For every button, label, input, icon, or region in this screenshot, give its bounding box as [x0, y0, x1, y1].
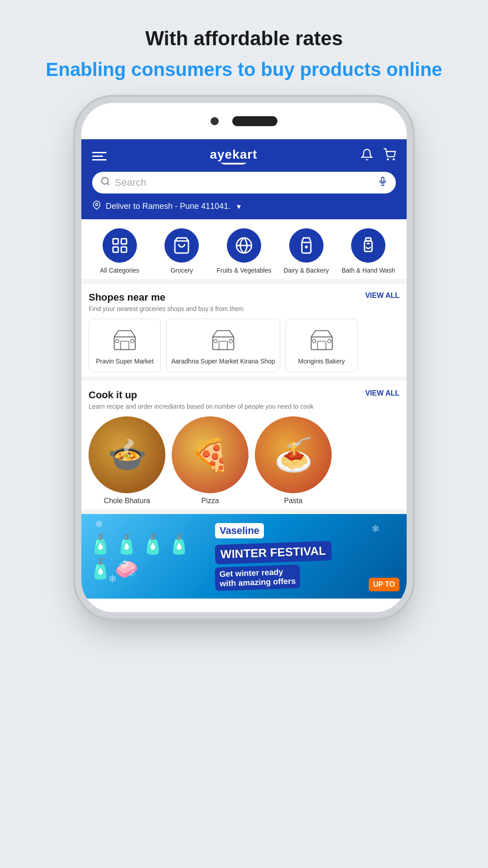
delivery-bar[interactable]: Deliver to Ramesh - Pune 411041. ▾: [92, 201, 396, 219]
snowflake-2: ❄: [371, 523, 380, 535]
recipes-list: 🍲 Chole Bhatura 🍕 Pizza 🍝 Pasta: [89, 416, 399, 505]
category-circle-all: [103, 228, 137, 263]
product-vaseline: 🧴: [89, 533, 112, 555]
category-circle-grocery: [164, 228, 199, 263]
category-circle-bath: [351, 228, 385, 263]
svg-point-22: [229, 340, 232, 343]
recipe-image-chole: 🍲: [89, 416, 165, 493]
banner-title: WINTER FESTIVAL: [215, 541, 332, 565]
cook-subtitle: Learn recipe and order incrediants based…: [89, 403, 399, 410]
shops-title: Shopes near me: [89, 292, 165, 303]
shop-icon-monginis: [308, 326, 335, 353]
recipe-card-chole[interactable]: 🍲 Chole Bhatura: [89, 416, 165, 505]
category-bath[interactable]: Bath & Hand Wash: [337, 228, 399, 274]
cook-title: Cook it up: [89, 389, 137, 401]
hamburger-line1: [92, 152, 107, 153]
svg-point-21: [214, 340, 217, 343]
phone-frame: ayekart: [81, 103, 407, 612]
category-label-dairy: Dairy & Backery: [283, 266, 328, 274]
svg-rect-24: [317, 341, 326, 350]
cook-section: Cook it up VIEW ALL Learn recipe and ord…: [81, 381, 407, 509]
banner-section[interactable]: ❄ ❄ ❄ 🧴 🧴 🧴 🧴 🧴 🧼 Vaseline WINTER FESTIV…: [81, 514, 407, 599]
svg-point-26: [328, 340, 331, 343]
hamburger-line3: [92, 159, 107, 160]
phone-notch: [81, 103, 407, 139]
svg-rect-4: [381, 177, 384, 182]
logo-text: ayekart: [210, 147, 257, 162]
recipe-name-chole: Chole Bhatura: [104, 497, 150, 505]
snowflake-3: ❄: [108, 573, 117, 585]
category-label-all: All Categories: [100, 266, 139, 274]
header-icons: [361, 148, 396, 164]
banner-products: 🧴 🧴 🧴 🧴 🧴 🧼: [89, 533, 215, 580]
notification-icon[interactable]: [361, 148, 373, 164]
svg-rect-16: [121, 341, 129, 350]
recipe-image-pasta: 🍝: [255, 416, 332, 493]
recipe-image-pizza: 🍕: [172, 416, 249, 493]
search-placeholder[interactable]: Search: [115, 177, 373, 189]
svg-rect-11: [121, 247, 127, 252]
shop-card-pravin[interactable]: Pravin Super Market: [89, 319, 161, 372]
svg-point-7: [96, 203, 98, 206]
recipe-emoji-chole: 🍲: [108, 436, 147, 473]
recipe-name-pasta: Pasta: [284, 497, 303, 505]
tagline2-prefix: Enabling: [46, 59, 131, 80]
chevron-down-icon[interactable]: ▾: [237, 202, 241, 212]
recipe-name-pizza: Pizza: [201, 497, 219, 505]
shops-section: Shopes near me VIEW ALL Find your neares…: [81, 283, 407, 377]
svg-point-0: [387, 159, 388, 160]
svg-rect-10: [113, 247, 118, 252]
category-label-bath: Bath & Hand Wash: [342, 266, 395, 274]
shops-view-all[interactable]: VIEW ALL: [365, 292, 399, 300]
product-soap: 🧼: [115, 558, 138, 580]
banner-upto: UP TO: [369, 578, 399, 591]
shop-name-aaradhna: Aaradhna Super Market Kirana Shop: [171, 357, 275, 365]
category-fruits[interactable]: Fruits & Vegetables: [213, 228, 275, 274]
category-label-fruits: Fruits & Vegetables: [216, 266, 271, 274]
shop-card-aaradhna[interactable]: Aaradhna Super Market Kirana Shop: [166, 319, 280, 372]
category-grocery[interactable]: Grocery: [151, 228, 213, 274]
hamburger-menu[interactable]: [92, 152, 107, 160]
svg-point-18: [131, 340, 134, 343]
svg-rect-20: [219, 341, 227, 350]
category-label-grocery: Grocery: [170, 266, 193, 274]
svg-point-25: [312, 340, 315, 343]
location-pin-icon: [92, 201, 101, 212]
shop-icon-pravin: [111, 326, 138, 353]
cook-section-header: Cook it up VIEW ALL: [89, 389, 399, 401]
svg-line-3: [107, 183, 109, 185]
search-bar[interactable]: Search: [92, 172, 396, 193]
delivery-address: Deliver to Ramesh - Pune 411041.: [106, 202, 230, 211]
search-icon: [100, 176, 110, 189]
svg-point-1: [393, 159, 394, 160]
app-screen: ayekart: [81, 139, 407, 599]
header-top: ayekart: [92, 147, 396, 165]
category-dairy[interactable]: Dairy & Backery: [275, 228, 338, 274]
shops-list: Pravin Super Market Aaradhna Supe: [89, 319, 399, 372]
shop-card-monginis[interactable]: Monginis Bakery: [286, 319, 358, 372]
svg-rect-19: [212, 337, 234, 350]
banner-brand: Vaseline: [215, 523, 264, 538]
recipe-card-pizza[interactable]: 🍕 Pizza: [172, 416, 249, 505]
tagline2-suffix: to buy products online: [232, 59, 442, 80]
category-circle-fruits: [227, 228, 261, 263]
recipe-card-pasta[interactable]: 🍝 Pasta: [255, 416, 332, 505]
mic-icon[interactable]: [378, 176, 388, 189]
svg-rect-23: [311, 337, 332, 350]
tagline2: Enabling consumers to buy products onlin…: [46, 59, 442, 80]
shop-name-pravin: Pravin Super Market: [96, 357, 154, 365]
camera-notch: [211, 117, 219, 125]
svg-point-17: [115, 340, 118, 343]
logo-underline: [220, 163, 247, 165]
svg-rect-14: [365, 241, 372, 251]
category-all-categories[interactable]: All Categories: [89, 228, 151, 274]
cart-icon[interactable]: [383, 148, 396, 164]
snowflake-1: ❄: [95, 519, 103, 530]
product-bottle4: 🧴: [167, 533, 191, 555]
shops-subtitle: Find your nearest groceries shops and bu…: [89, 305, 399, 312]
tagline1: With affordable rates: [46, 27, 442, 50]
category-circle-dairy: [289, 228, 324, 263]
logo-area: ayekart: [210, 147, 257, 165]
recipe-emoji-pasta: 🍝: [274, 436, 313, 473]
cook-view-all[interactable]: VIEW ALL: [365, 389, 399, 397]
